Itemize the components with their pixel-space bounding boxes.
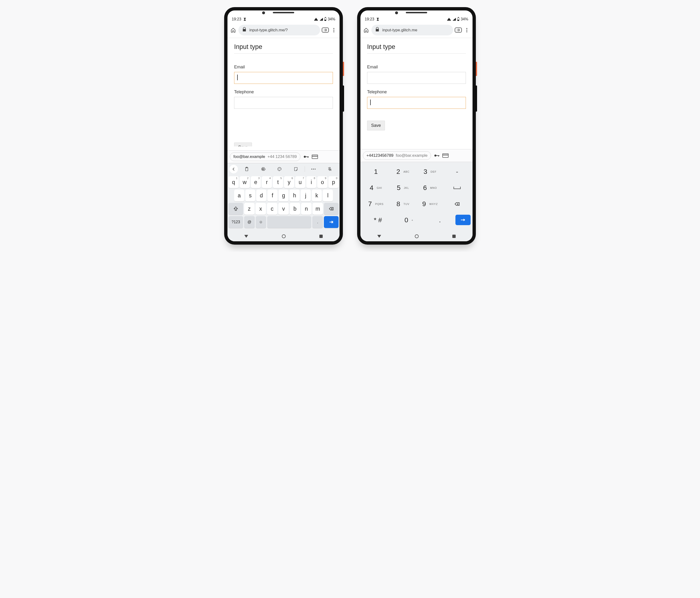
key-x[interactable]: x	[255, 203, 266, 215]
telephone-field[interactable]	[367, 97, 466, 109]
backspace-key[interactable]	[324, 203, 339, 215]
key-o[interactable]: o9	[317, 176, 327, 188]
key-r[interactable]: r4	[262, 176, 272, 188]
numkey-3[interactable]: 3DEF	[417, 164, 444, 179]
key-u[interactable]: u7	[295, 176, 305, 188]
enter-key[interactable]	[455, 215, 471, 225]
autofill-suggestion-chip[interactable]: foo@bar.example +44 1234 56789	[230, 152, 300, 161]
numkey-9[interactable]: 9WXYZ	[417, 197, 444, 211]
status-bar: 19:23 34%	[227, 16, 340, 23]
payment-card-icon[interactable]	[442, 153, 449, 158]
key-b[interactable]: b	[290, 203, 300, 215]
symbols-key[interactable]: ?123	[228, 216, 243, 228]
telephone-field[interactable]	[234, 97, 333, 109]
lock-icon	[242, 27, 247, 33]
key-f[interactable]: f	[267, 190, 278, 201]
numkey-[interactable]: .	[424, 213, 455, 227]
key-t[interactable]: t5	[273, 176, 283, 188]
numkey-[interactable]: * #	[362, 213, 394, 227]
kb-back-button[interactable]	[229, 165, 238, 173]
nav-recents-icon[interactable]	[452, 235, 456, 238]
numkey-6[interactable]: 6MNO	[417, 180, 444, 195]
key-h[interactable]: h	[290, 190, 300, 201]
more-icon	[333, 28, 334, 32]
period-key[interactable]: .	[312, 216, 323, 228]
key-d[interactable]: d	[256, 190, 267, 201]
password-manager-button[interactable]	[303, 153, 309, 160]
email-field[interactable]	[234, 72, 333, 84]
kb-more-button[interactable]	[306, 165, 321, 173]
page-content: Input type Email Telephone Save	[227, 38, 340, 150]
enter-key[interactable]	[324, 216, 339, 228]
key-n[interactable]: n	[301, 203, 311, 215]
space-key[interactable]	[444, 180, 471, 195]
numkey-0[interactable]: 0+	[394, 213, 425, 227]
gear-icon[interactable]	[255, 165, 271, 173]
android-nav-bar	[360, 231, 473, 241]
dash-key[interactable]: -	[444, 164, 471, 179]
key-a[interactable]: a	[234, 190, 244, 201]
numkey-2[interactable]: 2ABC	[390, 164, 417, 179]
nav-back-icon[interactable]	[244, 235, 248, 238]
password-manager-button[interactable]	[433, 152, 440, 159]
address-bar[interactable]: input-type.glitch.me	[371, 25, 453, 35]
home-icon[interactable]	[363, 27, 370, 33]
tab-switcher-button[interactable]: :D	[322, 27, 329, 33]
tab-switcher-button[interactable]: :D	[455, 27, 461, 33]
numkey-4[interactable]: 4GHI	[362, 180, 390, 195]
key-s[interactable]: s	[245, 190, 255, 201]
telephone-label: Telephone	[234, 90, 333, 95]
key-y[interactable]: y6	[284, 176, 294, 188]
space-key[interactable]	[267, 216, 311, 228]
save-button[interactable]: Save	[234, 143, 252, 150]
clipboard-icon[interactable]	[239, 165, 254, 173]
key-m[interactable]: m	[312, 203, 323, 215]
key-e[interactable]: e3	[251, 176, 261, 188]
numkey-7[interactable]: 7PQRS	[362, 197, 390, 211]
key-g[interactable]: g	[278, 190, 289, 201]
sticker-icon[interactable]	[288, 165, 304, 173]
nav-recents-icon[interactable]	[319, 235, 323, 238]
at-key[interactable]: @	[244, 216, 254, 228]
numpad-row-3: 7PQRS8TUV9WXYZ	[362, 197, 471, 211]
key-v[interactable]: v	[278, 203, 289, 215]
autofill-suggestion-chip[interactable]: +44123456789 foo@bar.example	[363, 151, 431, 160]
save-button[interactable]: Save	[367, 121, 385, 130]
numkey-5[interactable]: 5JKL	[390, 180, 417, 195]
mic-off-icon[interactable]	[322, 165, 338, 173]
kb-row-4: ?123 @ ☺ .	[228, 216, 339, 228]
key-z[interactable]: z	[244, 203, 254, 215]
key-w[interactable]: w2	[240, 176, 250, 188]
key-c[interactable]: c	[267, 203, 277, 215]
key-p[interactable]: p0	[328, 176, 339, 188]
numeric-keypad: 12ABC3DEF-4GHI5JKL6MNO7PQRS8TUV9WXYZ* #0…	[360, 162, 473, 231]
backspace-key[interactable]	[444, 197, 471, 211]
android-nav-bar	[227, 231, 340, 241]
overflow-menu-button[interactable]	[330, 27, 337, 33]
email-field[interactable]	[367, 72, 466, 84]
address-bar[interactable]: input-type.glitch.me/?	[239, 25, 320, 35]
numkey-8[interactable]: 8TUV	[390, 197, 417, 211]
key-i[interactable]: i8	[306, 176, 317, 188]
url-text: input-type.glitch.me/?	[249, 28, 317, 32]
nav-back-icon[interactable]	[377, 235, 381, 238]
numkey-1[interactable]: 1	[362, 164, 390, 179]
autofill-email: foo@bar.example	[233, 154, 265, 159]
emoji-key[interactable]: ☺	[256, 216, 266, 228]
kb-row-2: asdfghjkl	[228, 190, 339, 201]
email-label: Email	[234, 65, 333, 70]
key-q[interactable]: q1	[228, 176, 239, 188]
overflow-menu-button[interactable]	[464, 27, 470, 33]
payment-card-icon[interactable]	[312, 155, 318, 159]
svg-rect-19	[438, 155, 439, 156]
nav-home-icon[interactable]	[415, 234, 419, 238]
home-icon[interactable]	[230, 27, 236, 33]
numpad-row-2: 4GHI5JKL6MNO	[362, 180, 471, 195]
key-j[interactable]: j	[301, 190, 311, 201]
palette-icon[interactable]	[272, 165, 287, 173]
key-l[interactable]: l	[323, 190, 333, 201]
key-k[interactable]: k	[312, 190, 322, 201]
shift-key[interactable]	[228, 203, 243, 215]
svg-point-0	[304, 156, 306, 158]
nav-home-icon[interactable]	[282, 234, 286, 238]
